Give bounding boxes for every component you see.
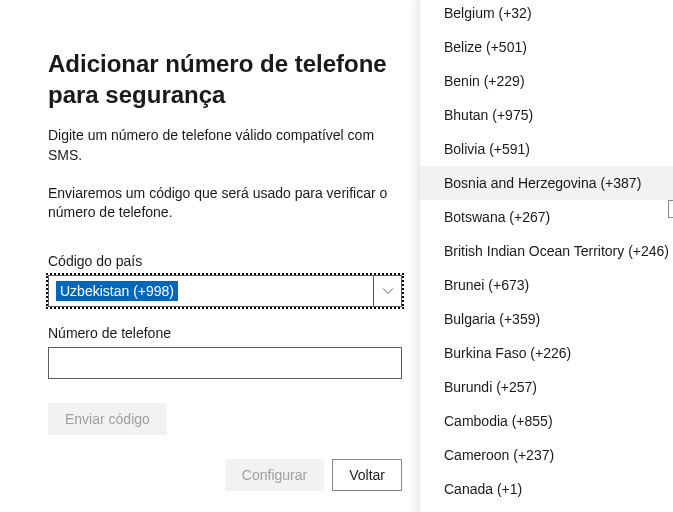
- dropdown-item[interactable]: Botswana (+267): [420, 200, 673, 234]
- dropdown-item[interactable]: Burundi (+257): [420, 370, 673, 404]
- phone-number-input[interactable]: [48, 347, 402, 379]
- page-title: Adicionar número de telefone para segura…: [48, 48, 402, 110]
- dropdown-item[interactable]: Bulgaria (+359): [420, 302, 673, 336]
- country-dropdown-list[interactable]: Belgium (+32)Belize (+501)Benin (+229)Bh…: [420, 0, 673, 512]
- dropdown-item[interactable]: Cambodia (+855): [420, 404, 673, 438]
- description-text: Digite um número de telefone válido comp…: [48, 126, 402, 165]
- dropdown-item[interactable]: Cameroon (+237): [420, 438, 673, 472]
- edge-indicator: [668, 200, 673, 218]
- configure-button[interactable]: Configurar: [225, 459, 324, 491]
- dropdown-item[interactable]: Burkina Faso (+226): [420, 336, 673, 370]
- phone-number-label: Número de telefone: [48, 325, 402, 341]
- back-button[interactable]: Voltar: [332, 459, 402, 491]
- dropdown-item[interactable]: Bosnia and Herzegovina (+387): [420, 166, 673, 200]
- dropdown-item[interactable]: Bhutan (+975): [420, 98, 673, 132]
- dropdown-item[interactable]: Benin (+229): [420, 64, 673, 98]
- dropdown-item[interactable]: Belgium (+32): [420, 0, 673, 30]
- country-code-label: Código do país: [48, 253, 402, 269]
- country-code-select[interactable]: Uzbekistan (+998): [48, 275, 402, 307]
- dropdown-item[interactable]: Brunei (+673): [420, 268, 673, 302]
- info-text: Enviaremos um código que será usado para…: [48, 184, 402, 223]
- add-phone-form: Adicionar número de telefone para segura…: [48, 48, 402, 491]
- footer-buttons: Configurar Voltar: [48, 459, 402, 491]
- chevron-down-icon: [373, 276, 401, 306]
- send-code-button[interactable]: Enviar código: [48, 403, 167, 435]
- selected-country-value: Uzbekistan (+998): [55, 280, 179, 302]
- dropdown-item[interactable]: Bolivia (+591): [420, 132, 673, 166]
- dropdown-item[interactable]: British Indian Ocean Territory (+246): [420, 234, 673, 268]
- dropdown-item[interactable]: Canada (+1): [420, 472, 673, 506]
- dropdown-item[interactable]: Belize (+501): [420, 30, 673, 64]
